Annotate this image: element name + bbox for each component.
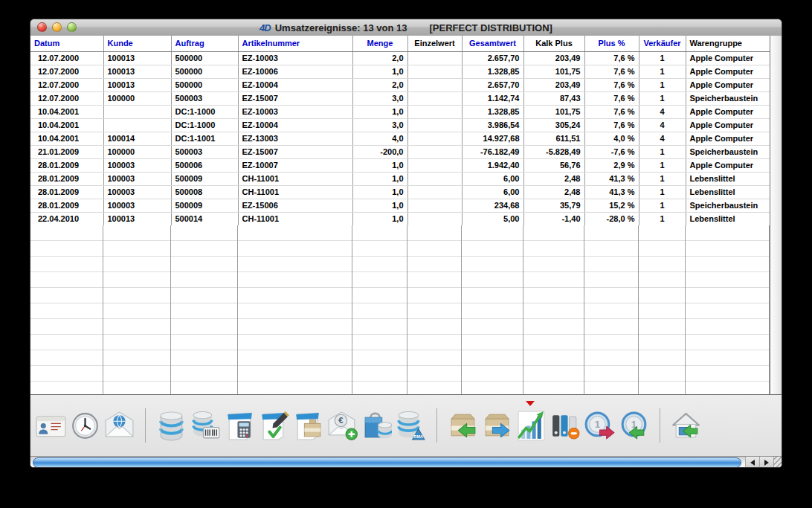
scroll-right-button[interactable]: [760, 457, 774, 468]
column-header[interactable]: Verkäufer: [639, 36, 686, 51]
horizontal-scrollbar-thumb[interactable]: [33, 457, 741, 468]
table-cell: 500003: [171, 91, 238, 105]
resize-grip-icon[interactable]: [774, 457, 782, 468]
table-cell: [407, 118, 462, 132]
column-header[interactable]: Auftrag: [171, 36, 238, 51]
table-row[interactable]: 12.07.2000100013500000EZ-100032,02.657,7…: [30, 51, 770, 65]
table-cell: 500008: [171, 185, 238, 199]
table-row[interactable]: 12.07.2000100013500000EZ-100061,01.328,8…: [30, 65, 770, 78]
document-pen-button[interactable]: [258, 408, 290, 443]
table-cell: 7,6 %: [584, 51, 639, 65]
grid-line: [352, 225, 352, 394]
home-back-icon: [671, 409, 701, 443]
sales-chart-icon: [516, 409, 547, 443]
empty-rows-grid: [30, 225, 770, 394]
table-row[interactable]: 28.01.2009100003500009EZ-150061,0234,683…: [30, 199, 770, 212]
table-cell: 1: [639, 91, 686, 105]
table-cell: 28.01.2009: [30, 158, 103, 172]
document-package-button[interactable]: [292, 408, 324, 443]
grid-line: [638, 225, 639, 394]
table-cell: 1: [639, 158, 686, 172]
table-cell: Speicherbaustein: [686, 91, 770, 105]
table-cell: [407, 212, 462, 225]
toolbar-separator: [145, 408, 146, 443]
table-row[interactable]: 10.04.2001100014DC:1-1001EZ-130034,014.9…: [30, 132, 770, 145]
table-cell: [407, 65, 462, 78]
table-row[interactable]: 21.01.2009100000500003EZ-15007-200,0-76.…: [30, 145, 770, 158]
table-cell: 1: [639, 51, 686, 65]
column-header[interactable]: Einzelwert: [407, 36, 462, 51]
table-cell: 100003: [103, 199, 171, 212]
document-calculator-button[interactable]: [224, 408, 256, 443]
table-cell: -200,0: [352, 145, 407, 158]
scroll-left-button[interactable]: [746, 457, 760, 468]
sales-chart-button[interactable]: [515, 408, 547, 443]
table-cell: 500009: [171, 172, 238, 185]
table-row[interactable]: 10.04.2001DC:1-1000EZ-100043,03.986,5430…: [30, 118, 770, 132]
horizontal-scrollbar: [30, 456, 782, 468]
window-titlebar[interactable]: 4D Umsatzereignisse: 13 von 13 [PERFECT …: [30, 19, 782, 36]
clock-button[interactable]: [69, 408, 101, 443]
home-back-button[interactable]: [670, 408, 702, 443]
column-header[interactable]: Gesamtwert: [462, 36, 523, 51]
currency-out-button[interactable]: 1: [584, 408, 616, 443]
toolbar-separator: [660, 408, 660, 443]
selected-tool-marker-icon: [526, 401, 535, 406]
shopping-bag-database-button[interactable]: [361, 408, 393, 443]
database-button[interactable]: [155, 408, 187, 443]
column-header[interactable]: Warengruppe: [686, 36, 770, 51]
table-cell: 1,0: [352, 172, 407, 185]
scroll-right-arrow-icon: [764, 460, 769, 466]
table-cell: 41,3 %: [584, 185, 639, 199]
table-cell: 56,76: [523, 158, 584, 172]
column-header[interactable]: Artikelnummer: [238, 36, 352, 51]
currency-out-icon: 1: [584, 409, 615, 443]
contact-card-icon: [36, 409, 66, 443]
table-row[interactable]: 12.07.2000100000500003EZ-150073,01.142,7…: [30, 91, 770, 105]
package-in-button[interactable]: [447, 408, 479, 443]
mail-globe-button[interactable]: [103, 408, 135, 443]
column-header[interactable]: Menge: [352, 36, 407, 51]
table-row[interactable]: 28.01.2009100003500008CH-110011,06,002,4…: [30, 185, 770, 199]
table-cell: CH-11001: [238, 172, 352, 185]
contact-card-button[interactable]: [35, 408, 67, 443]
database-barcode-button[interactable]: [190, 408, 222, 443]
table-header-row: DatumKundeAuftragArtikelnummerMengeEinze…: [30, 36, 770, 51]
envelope-euro-button[interactable]: €: [326, 408, 358, 443]
grid-line: [103, 225, 103, 394]
table-cell: 1: [639, 212, 686, 225]
table-cell: 4,0: [352, 132, 407, 145]
currency-in-button[interactable]: 1: [618, 408, 650, 443]
table-cell: EZ-10006: [238, 65, 352, 78]
column-header[interactable]: Plus %: [584, 36, 639, 51]
table-cell: EZ-15007: [238, 145, 352, 158]
table-cell: 1: [639, 65, 686, 78]
4d-logo-icon: 4D: [260, 22, 271, 33]
table-cell: 2,48: [523, 185, 584, 199]
table-row[interactable]: 28.01.2009100003500009CH-110011,06,002,4…: [30, 172, 770, 185]
table-row[interactable]: 12.07.2000100013500000EZ-100042,02.657,7…: [30, 78, 770, 91]
table-cell: [407, 199, 462, 212]
document-package-icon: [293, 409, 323, 443]
table-row[interactable]: 10.04.2001DC:1-1000EZ-100031,01.328,8510…: [30, 105, 770, 118]
table-cell: 14.927,68: [462, 132, 523, 145]
app-window: 4D Umsatzereignisse: 13 von 13 [PERFECT …: [30, 19, 782, 468]
table-cell: 1,0: [352, 212, 407, 225]
table-cell: 7,6 %: [584, 91, 639, 105]
table-row[interactable]: 28.01.2009100003500006EZ-100071,01.942,4…: [30, 158, 770, 172]
database-rma-button[interactable]: RMA: [395, 408, 427, 443]
table-row[interactable]: 22.04.2010100013500014CH-110011,05,00-1,…: [30, 212, 770, 225]
records-table: DatumKundeAuftragArtikelnummerMengeEinze…: [30, 36, 770, 226]
records-list-area: DatumKundeAuftragArtikelnummerMengeEinze…: [30, 36, 782, 395]
table-cell: 100013: [103, 78, 171, 91]
column-header[interactable]: Kunde: [103, 36, 171, 51]
column-header[interactable]: Kalk Plus: [523, 36, 584, 51]
table-cell: 7,6 %: [584, 78, 639, 91]
vertical-scrollbar-track[interactable]: [770, 36, 781, 394]
table-cell: 7,6 %: [584, 65, 639, 78]
column-header[interactable]: Datum: [30, 36, 103, 51]
package-out-button[interactable]: [481, 408, 513, 443]
table-cell: 500000: [171, 65, 238, 78]
horizontal-scrollbar-track[interactable]: [30, 457, 746, 468]
binders-remove-button[interactable]: [550, 408, 581, 443]
